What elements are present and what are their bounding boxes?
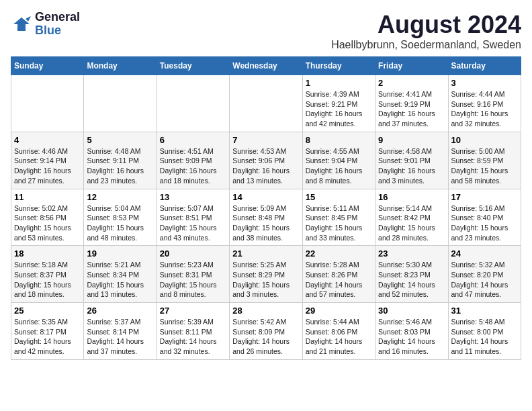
logo: General Blue <box>11 11 80 38</box>
day-info: Sunrise: 5:39 AM Sunset: 8:11 PM Dayligh… <box>160 317 226 357</box>
day-info: Sunrise: 5:30 AM Sunset: 8:23 PM Dayligh… <box>378 260 445 300</box>
day-number: 8 <box>306 135 372 145</box>
day-number: 21 <box>232 248 299 259</box>
calendar-cell: 20Sunrise: 5:23 AM Sunset: 8:31 PM Dayli… <box>157 246 229 303</box>
day-info: Sunrise: 5:02 AM Sunset: 8:56 PM Dayligh… <box>14 203 81 243</box>
day-info: Sunrise: 4:44 AM Sunset: 9:16 PM Dayligh… <box>451 89 518 129</box>
title-area: August 2024 Haellbybrunn, Soedermanland,… <box>331 11 521 51</box>
day-info: Sunrise: 5:11 AM Sunset: 8:45 PM Dayligh… <box>306 203 372 243</box>
day-info: Sunrise: 5:00 AM Sunset: 8:59 PM Dayligh… <box>451 146 518 186</box>
calendar-cell: 24Sunrise: 5:32 AM Sunset: 8:20 PM Dayli… <box>448 246 521 303</box>
calendar-cell: 17Sunrise: 5:16 AM Sunset: 8:40 PM Dayli… <box>448 189 521 246</box>
day-info: Sunrise: 4:58 AM Sunset: 9:01 PM Dayligh… <box>378 146 445 186</box>
day-info: Sunrise: 5:37 AM Sunset: 8:14 PM Dayligh… <box>87 317 153 357</box>
calendar-cell: 6Sunrise: 4:51 AM Sunset: 9:09 PM Daylig… <box>157 132 229 189</box>
calendar-body: 1Sunrise: 4:39 AM Sunset: 9:21 PM Daylig… <box>11 75 521 360</box>
day-info: Sunrise: 5:48 AM Sunset: 8:00 PM Dayligh… <box>451 317 518 357</box>
calendar-cell: 16Sunrise: 5:14 AM Sunset: 8:42 PM Dayli… <box>375 189 448 246</box>
calendar-cell: 4Sunrise: 4:46 AM Sunset: 9:14 PM Daylig… <box>11 132 84 189</box>
column-header-thursday: Thursday <box>302 57 375 75</box>
day-number: 29 <box>306 306 372 316</box>
calendar-cell: 8Sunrise: 4:55 AM Sunset: 9:04 PM Daylig… <box>302 132 375 189</box>
calendar-cell: 5Sunrise: 4:48 AM Sunset: 9:11 PM Daylig… <box>84 132 157 189</box>
day-info: Sunrise: 5:18 AM Sunset: 8:37 PM Dayligh… <box>14 260 81 300</box>
calendar-cell: 30Sunrise: 5:46 AM Sunset: 8:03 PM Dayli… <box>375 303 448 360</box>
day-info: Sunrise: 5:25 AM Sunset: 8:29 PM Dayligh… <box>232 260 299 300</box>
calendar-table: SundayMondayTuesdayWednesdayThursdayFrid… <box>11 56 521 360</box>
day-info: Sunrise: 5:04 AM Sunset: 8:53 PM Dayligh… <box>87 203 153 243</box>
calendar-cell: 3Sunrise: 4:44 AM Sunset: 9:16 PM Daylig… <box>448 75 521 132</box>
day-info: Sunrise: 4:46 AM Sunset: 9:14 PM Dayligh… <box>14 146 81 186</box>
day-number: 24 <box>451 248 518 259</box>
calendar-week-row: 1Sunrise: 4:39 AM Sunset: 9:21 PM Daylig… <box>11 75 521 132</box>
day-info: Sunrise: 4:51 AM Sunset: 9:09 PM Dayligh… <box>160 146 226 186</box>
calendar-cell: 26Sunrise: 5:37 AM Sunset: 8:14 PM Dayli… <box>84 303 157 360</box>
calendar-cell: 10Sunrise: 5:00 AM Sunset: 8:59 PM Dayli… <box>448 132 521 189</box>
day-info: Sunrise: 4:53 AM Sunset: 9:06 PM Dayligh… <box>232 146 299 186</box>
day-info: Sunrise: 4:39 AM Sunset: 9:21 PM Dayligh… <box>306 89 372 129</box>
calendar-cell: 22Sunrise: 5:28 AM Sunset: 8:26 PM Dayli… <box>302 246 375 303</box>
column-header-monday: Monday <box>84 57 157 75</box>
day-number: 20 <box>160 248 226 259</box>
column-header-saturday: Saturday <box>448 57 521 75</box>
calendar-week-row: 25Sunrise: 5:35 AM Sunset: 8:17 PM Dayli… <box>11 303 521 360</box>
day-number: 25 <box>14 306 81 316</box>
column-header-sunday: Sunday <box>11 57 84 75</box>
day-number: 26 <box>87 306 153 316</box>
day-number: 9 <box>378 135 445 145</box>
column-header-wednesday: Wednesday <box>230 57 302 75</box>
calendar-cell: 28Sunrise: 5:42 AM Sunset: 8:09 PM Dayli… <box>230 303 302 360</box>
day-info: Sunrise: 5:16 AM Sunset: 8:40 PM Dayligh… <box>451 203 518 243</box>
day-number: 18 <box>14 248 81 259</box>
logo-text-line2: Blue <box>35 24 80 38</box>
calendar-week-row: 18Sunrise: 5:18 AM Sunset: 8:37 PM Dayli… <box>11 246 521 303</box>
logo-icon <box>11 15 32 34</box>
day-number: 31 <box>451 306 518 316</box>
logo-text-line1: General <box>35 11 80 24</box>
day-number: 16 <box>378 192 445 202</box>
day-number: 13 <box>160 192 226 202</box>
day-info: Sunrise: 5:21 AM Sunset: 8:34 PM Dayligh… <box>87 260 153 300</box>
calendar-cell: 29Sunrise: 5:44 AM Sunset: 8:06 PM Dayli… <box>302 303 375 360</box>
calendar-cell <box>230 75 302 132</box>
day-number: 17 <box>451 192 518 202</box>
calendar-week-row: 11Sunrise: 5:02 AM Sunset: 8:56 PM Dayli… <box>11 189 521 246</box>
day-number: 6 <box>160 135 226 145</box>
calendar-header-row: SundayMondayTuesdayWednesdayThursdayFrid… <box>11 57 521 75</box>
day-number: 1 <box>306 78 372 88</box>
calendar-cell: 11Sunrise: 5:02 AM Sunset: 8:56 PM Dayli… <box>11 189 84 246</box>
main-title: August 2024 <box>331 11 521 39</box>
calendar-cell: 1Sunrise: 4:39 AM Sunset: 9:21 PM Daylig… <box>302 75 375 132</box>
day-info: Sunrise: 5:44 AM Sunset: 8:06 PM Dayligh… <box>306 317 372 357</box>
calendar-cell: 9Sunrise: 4:58 AM Sunset: 9:01 PM Daylig… <box>375 132 448 189</box>
calendar-cell: 27Sunrise: 5:39 AM Sunset: 8:11 PM Dayli… <box>157 303 229 360</box>
header: General Blue August 2024 Haellbybrunn, S… <box>11 11 521 51</box>
day-number: 12 <box>87 192 153 202</box>
day-number: 19 <box>87 248 153 259</box>
day-number: 10 <box>451 135 518 145</box>
day-info: Sunrise: 5:32 AM Sunset: 8:20 PM Dayligh… <box>451 260 518 300</box>
column-header-friday: Friday <box>375 57 448 75</box>
day-info: Sunrise: 5:07 AM Sunset: 8:51 PM Dayligh… <box>160 203 226 243</box>
day-info: Sunrise: 5:14 AM Sunset: 8:42 PM Dayligh… <box>378 203 445 243</box>
calendar-cell: 15Sunrise: 5:11 AM Sunset: 8:45 PM Dayli… <box>302 189 375 246</box>
day-number: 2 <box>378 78 445 88</box>
day-number: 30 <box>378 306 445 316</box>
calendar-cell: 18Sunrise: 5:18 AM Sunset: 8:37 PM Dayli… <box>11 246 84 303</box>
calendar-cell: 25Sunrise: 5:35 AM Sunset: 8:17 PM Dayli… <box>11 303 84 360</box>
calendar-cell: 23Sunrise: 5:30 AM Sunset: 8:23 PM Dayli… <box>375 246 448 303</box>
day-number: 4 <box>14 135 81 145</box>
calendar-cell <box>11 75 84 132</box>
day-number: 27 <box>160 306 226 316</box>
day-number: 7 <box>232 135 299 145</box>
calendar-cell: 14Sunrise: 5:09 AM Sunset: 8:48 PM Dayli… <box>230 189 302 246</box>
day-number: 15 <box>306 192 372 202</box>
day-number: 23 <box>378 248 445 259</box>
day-info: Sunrise: 4:48 AM Sunset: 9:11 PM Dayligh… <box>87 146 153 186</box>
day-info: Sunrise: 4:41 AM Sunset: 9:19 PM Dayligh… <box>378 89 445 129</box>
calendar-cell: 2Sunrise: 4:41 AM Sunset: 9:19 PM Daylig… <box>375 75 448 132</box>
day-info: Sunrise: 5:28 AM Sunset: 8:26 PM Dayligh… <box>306 260 372 300</box>
day-info: Sunrise: 5:42 AM Sunset: 8:09 PM Dayligh… <box>232 317 299 357</box>
day-number: 11 <box>14 192 81 202</box>
calendar-cell: 19Sunrise: 5:21 AM Sunset: 8:34 PM Dayli… <box>84 246 157 303</box>
